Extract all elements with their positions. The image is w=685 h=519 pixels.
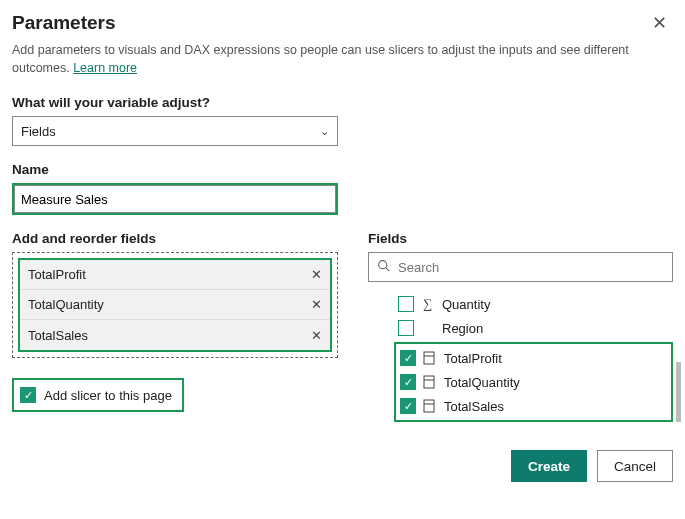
field-checkbox[interactable]: ✓ [400, 350, 416, 366]
field-checkbox[interactable] [398, 320, 414, 336]
remove-icon[interactable]: ✕ [311, 267, 322, 282]
scrollbar[interactable] [676, 362, 681, 422]
remove-icon[interactable]: ✕ [311, 328, 322, 343]
learn-more-link[interactable]: Learn more [73, 61, 137, 75]
measure-icon [423, 375, 437, 389]
field-checkbox[interactable]: ✓ [400, 398, 416, 414]
close-icon[interactable]: ✕ [646, 10, 673, 36]
adjust-dropdown[interactable]: Fields ⌄ [12, 116, 338, 146]
dialog-description: Add parameters to visuals and DAX expres… [12, 42, 652, 77]
adjust-label: What will your variable adjust? [12, 95, 673, 110]
field-item[interactable]: ✓ TotalSales [400, 394, 667, 418]
search-icon [377, 259, 390, 275]
search-input[interactable] [396, 259, 664, 276]
measure-icon [423, 351, 437, 365]
field-item[interactable]: ✓ TotalProfit [400, 346, 667, 370]
svg-line-1 [386, 268, 389, 271]
name-input[interactable] [14, 185, 336, 213]
chevron-down-icon: ⌄ [320, 125, 329, 138]
name-label: Name [12, 162, 673, 177]
svg-point-0 [379, 261, 387, 269]
svg-rect-2 [424, 352, 434, 364]
create-button[interactable]: Create [511, 450, 587, 482]
field-item[interactable]: ∑ Quantity [398, 292, 673, 316]
add-slicer-option[interactable]: ✓ Add slicer to this page [12, 378, 184, 412]
svg-rect-6 [424, 400, 434, 412]
dialog-title: Parameters [12, 12, 116, 34]
fields-label: Fields [368, 231, 673, 246]
slicer-label: Add slicer to this page [44, 388, 172, 403]
field-item[interactable]: Region [398, 316, 673, 340]
reorder-label: Add and reorder fields [12, 231, 338, 246]
fields-search[interactable] [368, 252, 673, 282]
reorder-item[interactable]: TotalProfit ✕ [20, 260, 330, 290]
reorder-item[interactable]: TotalSales ✕ [20, 320, 330, 350]
cancel-button[interactable]: Cancel [597, 450, 673, 482]
field-item[interactable]: ✓ TotalQuantity [400, 370, 667, 394]
sigma-icon: ∑ [421, 296, 435, 312]
measure-icon [423, 399, 437, 413]
reorder-box: TotalProfit ✕ TotalQuantity ✕ TotalSales… [12, 252, 338, 358]
svg-rect-4 [424, 376, 434, 388]
adjust-value: Fields [21, 124, 56, 139]
field-checkbox[interactable] [398, 296, 414, 312]
remove-icon[interactable]: ✕ [311, 297, 322, 312]
slicer-checkbox[interactable]: ✓ [20, 387, 36, 403]
reorder-item[interactable]: TotalQuantity ✕ [20, 290, 330, 320]
field-checkbox[interactable]: ✓ [400, 374, 416, 390]
fields-tree: ∑ Quantity Region ✓ TotalProfit ✓ [368, 292, 673, 422]
